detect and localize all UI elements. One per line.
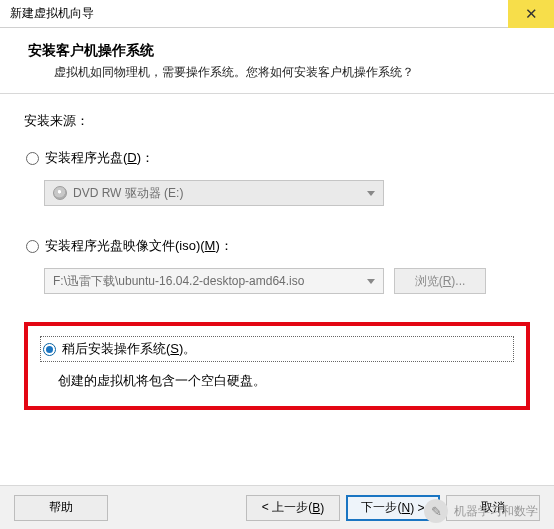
back-button[interactable]: < 上一步(B)	[246, 495, 340, 521]
wizard-footer: 帮助 < 上一步(B) 下一步(N) > 取消	[0, 485, 554, 529]
radio-icon	[43, 343, 56, 356]
radio-label: 稍后安装操作系统(S)。	[62, 340, 196, 358]
page-description: 虚拟机如同物理机，需要操作系统。您将如何安装客户机操作系统？	[28, 64, 526, 81]
chevron-down-icon	[367, 191, 375, 196]
window-title: 新建虚拟机向导	[10, 5, 94, 22]
cancel-button[interactable]: 取消	[446, 495, 540, 521]
radio-icon	[26, 240, 39, 253]
radio-install-later[interactable]: 稍后安装操作系统(S)。	[40, 336, 514, 362]
chevron-down-icon	[367, 279, 375, 284]
iso-path-combo[interactable]: F:\迅雷下载\ubuntu-16.04.2-desktop-amd64.iso	[44, 268, 384, 294]
disc-drive-combo[interactable]: DVD RW 驱动器 (E:)	[44, 180, 530, 206]
wizard-header: 安装客户机操作系统 虚拟机如同物理机，需要操作系统。您将如何安装客户机操作系统？	[0, 28, 554, 94]
browse-button[interactable]: 浏览(R)...	[394, 268, 486, 294]
radio-iso-file[interactable]: 安装程序光盘映像文件(iso)(M)：	[24, 234, 530, 258]
close-icon: ✕	[525, 5, 538, 23]
install-source-label: 安装来源：	[24, 112, 530, 130]
install-later-desc: 创建的虚拟机将包含一个空白硬盘。	[40, 372, 514, 390]
radio-label: 安装程序光盘(D)：	[45, 149, 154, 167]
title-bar: 新建虚拟机向导 ✕	[0, 0, 554, 28]
option-installer-disc: 安装程序光盘(D)： DVD RW 驱动器 (E:)	[24, 146, 530, 206]
radio-icon	[26, 152, 39, 165]
page-title: 安装客户机操作系统	[28, 42, 526, 60]
highlight-box: 稍后安装操作系统(S)。 创建的虚拟机将包含一个空白硬盘。	[24, 322, 530, 410]
wizard-content: 安装来源： 安装程序光盘(D)： DVD RW 驱动器 (E:) 安装程序光盘映…	[0, 94, 554, 422]
disc-icon	[53, 186, 67, 200]
option-iso-file: 安装程序光盘映像文件(iso)(M)： F:\迅雷下载\ubuntu-16.04…	[24, 234, 530, 294]
radio-label: 安装程序光盘映像文件(iso)(M)：	[45, 237, 233, 255]
radio-installer-disc[interactable]: 安装程序光盘(D)：	[24, 146, 530, 170]
iso-path-row: F:\迅雷下载\ubuntu-16.04.2-desktop-amd64.iso…	[44, 268, 530, 294]
help-button[interactable]: 帮助	[14, 495, 108, 521]
iso-path-text: F:\迅雷下载\ubuntu-16.04.2-desktop-amd64.iso	[53, 273, 304, 290]
disc-drive-text: DVD RW 驱动器 (E:)	[73, 185, 183, 202]
next-button[interactable]: 下一步(N) >	[346, 495, 440, 521]
close-button[interactable]: ✕	[508, 0, 554, 28]
